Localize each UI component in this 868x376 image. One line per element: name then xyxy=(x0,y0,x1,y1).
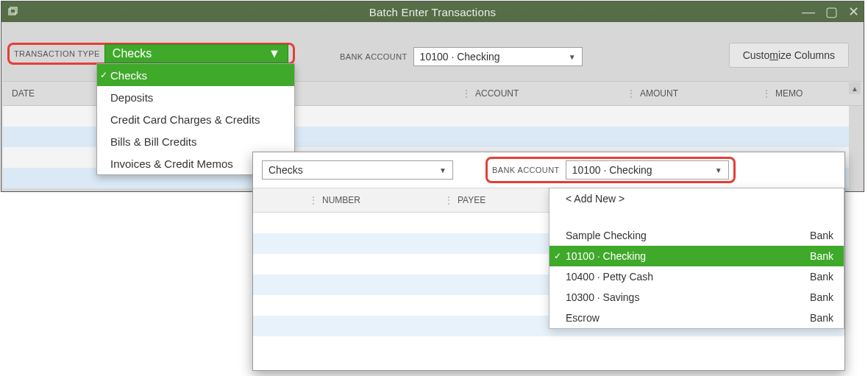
customize-columns-button[interactable]: Customize Columns xyxy=(729,43,849,68)
panel2-bank-account-label: BANK ACCOUNT xyxy=(492,166,560,174)
transaction-type-label: TRANSACTION TYPE xyxy=(14,49,100,58)
ba-option-10400-petty-cash[interactable]: 10400 · Petty Cash Bank xyxy=(549,266,844,287)
window-controls: — ▢ ✕ xyxy=(802,1,859,22)
ba-option-escrow[interactable]: Escrow Bank xyxy=(549,308,844,328)
maximize-icon[interactable]: ▢ xyxy=(825,5,838,18)
transaction-type-value: Checks xyxy=(113,47,152,60)
panel2-bank-account-select[interactable]: 10100 · Checking ▼ xyxy=(566,160,729,180)
panel2-tx-value: Checks xyxy=(268,164,303,176)
tx-option-deposits[interactable]: Deposits xyxy=(97,86,294,108)
bank-account-value: 10100 · Checking xyxy=(420,51,500,63)
bank-account-select[interactable]: 10100 · Checking ▼ xyxy=(413,47,583,66)
tx-option-cc-charges[interactable]: Credit Card Charges & Credits xyxy=(97,108,294,130)
restore-icon[interactable] xyxy=(6,5,19,18)
tx-option-checks[interactable]: Checks xyxy=(97,64,294,86)
chevron-down-icon: ▼ xyxy=(715,166,722,174)
chevron-down-icon: ▼ xyxy=(569,53,576,61)
ba-option-sample-checking[interactable]: Sample Checking Bank xyxy=(549,225,844,246)
close-icon[interactable]: ✕ xyxy=(848,5,859,18)
scroll-up-icon[interactable]: ▲ xyxy=(849,82,861,94)
panel2-bank-account-value: 10100 · Checking xyxy=(572,164,652,176)
transaction-type-select[interactable]: Checks ▼ xyxy=(104,44,288,63)
minimize-icon[interactable]: — xyxy=(802,5,815,18)
transaction-type-group: TRANSACTION TYPE Checks ▼ xyxy=(7,43,295,65)
window-title: Batch Enter Transactions xyxy=(369,6,496,18)
col-account: ACCOUNT xyxy=(475,88,622,99)
bank-account-group: BANK ACCOUNT 10100 · Checking ▼ xyxy=(340,47,583,66)
chevron-down-icon: ▼ xyxy=(268,47,280,60)
ba-spacer xyxy=(549,209,844,225)
chevron-down-icon: ▼ xyxy=(439,166,447,174)
ba-option-10100-checking[interactable]: 10100 · Checking Bank xyxy=(549,246,844,266)
titlebar: Batch Enter Transactions — ▢ ✕ xyxy=(1,1,864,22)
col-amount: AMOUNT xyxy=(640,88,758,99)
p2-col-number: NUMBER xyxy=(322,195,440,205)
panel2-bank-account-group: BANK ACCOUNT 10100 · Checking ▼ xyxy=(485,157,736,183)
panel2-tx-select[interactable]: Checks ▼ xyxy=(262,160,453,180)
grid-row[interactable] xyxy=(253,336,844,357)
bank-account-panel: Checks ▼ BANK ACCOUNT 10100 · Checking ▼… xyxy=(252,152,845,371)
ba-option-10300-savings[interactable]: 10300 · Savings Bank xyxy=(549,287,844,308)
bank-account-label: BANK ACCOUNT xyxy=(340,52,408,61)
ba-option-add-new[interactable]: < Add New > xyxy=(549,188,844,209)
bank-account-dropdown: < Add New > Sample Checking Bank 10100 ·… xyxy=(549,188,844,329)
panel2-toolbar: Checks ▼ BANK ACCOUNT 10100 · Checking ▼ xyxy=(253,152,844,188)
tx-option-bills[interactable]: Bills & Bill Credits xyxy=(97,130,294,152)
